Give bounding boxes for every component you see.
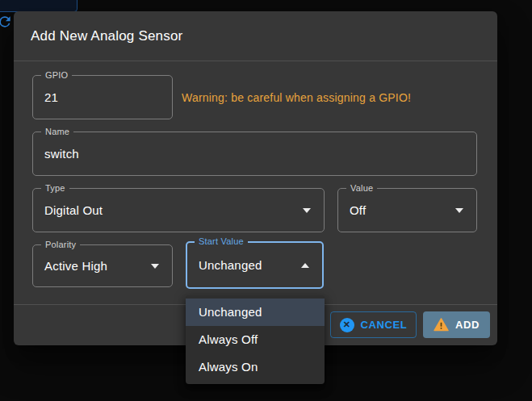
value-select[interactable]: Value Off <box>337 188 477 232</box>
start-value-select-label: Start Value <box>195 236 248 247</box>
add-button-label: ADD <box>455 319 480 331</box>
gpio-field[interactable]: GPIO <box>32 75 173 119</box>
chevron-up-icon <box>301 263 309 268</box>
type-select-value: Digital Out <box>44 203 103 217</box>
menu-item-always-on[interactable]: Always On <box>186 353 325 381</box>
polarity-select-value: Active High <box>44 259 107 273</box>
menu-item-unchanged[interactable]: Unchanged <box>186 299 325 326</box>
cancel-button[interactable]: ✕ CANCEL <box>330 311 417 338</box>
value-select-label: Value <box>346 182 377 194</box>
name-field-label: Name <box>41 126 73 137</box>
background-toolbar-button <box>0 0 77 12</box>
gpio-field-label: GPIO <box>41 69 72 81</box>
polarity-select-label: Polarity <box>41 239 80 250</box>
start-value-menu: Unchanged Always Off Always On <box>186 295 325 384</box>
add-button[interactable]: ADD <box>423 311 490 338</box>
refresh-icon <box>0 14 13 30</box>
cancel-button-label: CANCEL <box>361 319 408 331</box>
chevron-down-icon <box>303 208 311 213</box>
start-value-select-value: Unchanged <box>199 258 262 272</box>
type-select-label: Type <box>41 182 69 194</box>
chevron-down-icon <box>151 264 159 269</box>
chevron-down-icon <box>455 208 463 213</box>
menu-item-always-off[interactable]: Always Off <box>186 326 325 353</box>
gpio-warning-text: Warning: be careful when assigning a GPI… <box>182 91 411 104</box>
dialog-header: Add New Analog Sensor <box>14 11 497 61</box>
gpio-input[interactable] <box>44 90 161 104</box>
dialog-title: Add New Analog Sensor <box>31 28 183 44</box>
start-value-select[interactable]: Start Value Unchanged <box>186 241 324 289</box>
value-select-value: Off <box>350 203 366 217</box>
polarity-select[interactable]: Polarity Active High <box>32 244 173 287</box>
type-select[interactable]: Type Digital Out <box>32 188 325 232</box>
name-field[interactable]: Name <box>32 132 477 176</box>
name-input[interactable] <box>44 147 465 161</box>
warning-triangle-icon <box>434 318 449 332</box>
x-circle-icon: ✕ <box>340 318 354 332</box>
